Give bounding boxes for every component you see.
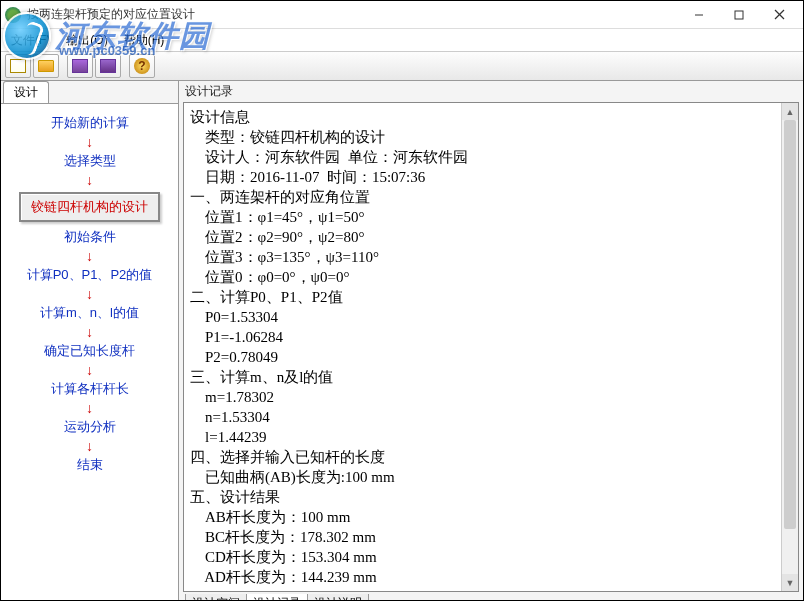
new-doc-icon [10, 59, 26, 73]
tool-action1-button[interactable] [67, 54, 93, 78]
sec2-heading: 二、计算P0、P1、P2值 [190, 289, 343, 305]
purple-icon [72, 59, 88, 73]
sec4-known: 已知曲柄(AB)长度为:100 mm [190, 469, 395, 485]
step-calc-p[interactable]: 计算P0、P1、P2的值 [27, 266, 153, 284]
sec5-ad: AD杆长度为：144.239 mm [190, 569, 377, 585]
unit-label: 单位： [340, 149, 393, 165]
tool-action2-button[interactable] [95, 54, 121, 78]
tool-help-button[interactable]: ? [129, 54, 155, 78]
time-label: 时间： [319, 169, 372, 185]
arrow-icon: ↓ [86, 173, 93, 187]
sec5-heading: 五、设计结果 [190, 489, 280, 505]
date-value: 2016-11-07 [250, 169, 319, 185]
svg-rect-1 [735, 11, 743, 19]
window-title: 按两连架杆预定的对应位置设计 [27, 6, 679, 23]
sec3-n: n=1.53304 [190, 409, 270, 425]
step-motion-analysis[interactable]: 运动分析 [64, 418, 116, 436]
record-content: 设计信息 类型：铰链四杆机构的设计 设计人：河东软件园 单位：河东软件园 日期：… [184, 103, 781, 591]
arrow-icon: ↓ [86, 135, 93, 149]
app-icon [5, 7, 21, 23]
sec1-pos1: 位置1：φ1=45°，ψ1=50° [190, 209, 364, 225]
minimize-button[interactable] [679, 3, 719, 27]
date-label: 日期： [190, 169, 250, 185]
step-initial-cond[interactable]: 初始条件 [64, 228, 116, 246]
scroll-up-button[interactable]: ▲ [782, 103, 798, 120]
sec5-cd: CD杆长度为：153.304 mm [190, 549, 377, 565]
bottom-tabs: 设计空间 设计记录 设计说明 [179, 594, 803, 601]
tab-design-space[interactable]: 设计空间 [185, 594, 247, 601]
tab-design-record[interactable]: 设计记录 [246, 594, 308, 601]
sec3-l: l=1.44239 [190, 429, 266, 445]
step-calc-mnl[interactable]: 计算m、n、l的值 [40, 304, 139, 322]
arrow-icon: ↓ [86, 249, 93, 263]
folder-icon [38, 60, 54, 72]
tool-new-button[interactable] [5, 54, 31, 78]
arrow-icon: ↓ [86, 287, 93, 301]
type-label: 类型： [190, 129, 250, 145]
maximize-button[interactable] [719, 3, 759, 27]
left-panel: 设计 开始新的计算 ↓ 选择类型 ↓ 铰链四杆机构的设计 初始条件 ↓ 计算P0… [1, 81, 179, 600]
sec1-heading: 一、两连架杆的对应角位置 [190, 189, 370, 205]
step-end[interactable]: 结束 [77, 456, 103, 474]
menubar: 文件(F) 输出(O) 帮助(H) [1, 29, 803, 51]
arrow-icon: ↓ [86, 325, 93, 339]
purple2-icon [100, 59, 116, 73]
arrow-icon: ↓ [86, 363, 93, 377]
sec2-p1: P1=-1.06284 [190, 329, 283, 345]
flow-chart: 开始新的计算 ↓ 选择类型 ↓ 铰链四杆机构的设计 初始条件 ↓ 计算P0、P1… [1, 103, 178, 600]
arrow-icon: ↓ [86, 439, 93, 453]
sec2-p0: P0=1.53304 [190, 309, 278, 325]
right-panel: 设计记录 设计信息 类型：铰链四杆机构的设计 设计人：河东软件园 单位：河东软件… [179, 81, 803, 600]
sec3-m: m=1.78302 [190, 389, 274, 405]
toolbar: ? [1, 51, 803, 81]
step-calc-lengths[interactable]: 计算各杆杆长 [51, 380, 129, 398]
close-button[interactable] [759, 3, 799, 27]
sec1-pos3: 位置3：φ3=135°，ψ3=110° [190, 249, 379, 265]
menu-file[interactable]: 文件(F) [5, 30, 56, 51]
sec5-ab: AB杆长度为：100 mm [190, 509, 350, 525]
scroll-down-button[interactable]: ▼ [782, 574, 798, 591]
sec5-bc: BC杆长度为：178.302 mm [190, 529, 376, 545]
help-icon: ? [134, 58, 150, 74]
menu-output[interactable]: 输出(O) [60, 30, 113, 51]
scroll-thumb[interactable] [784, 120, 796, 529]
step-start[interactable]: 开始新的计算 [51, 114, 129, 132]
step-select-type[interactable]: 选择类型 [64, 152, 116, 170]
titlebar: 按两连架杆预定的对应位置设计 [1, 1, 803, 29]
designer-value: 河东软件园 [265, 149, 340, 165]
type-value: 铰链四杆机构的设计 [250, 129, 385, 145]
menu-help[interactable]: 帮助(H) [118, 30, 171, 51]
sec4-heading: 四、选择并输入已知杆的长度 [190, 449, 385, 465]
time-value: 15:07:36 [372, 169, 425, 185]
vertical-scrollbar[interactable]: ▲ ▼ [781, 103, 798, 591]
info-heading: 设计信息 [190, 109, 250, 125]
arrow-icon: ↓ [86, 401, 93, 415]
sec3-heading: 三、计算m、n及l的值 [190, 369, 333, 385]
tab-design-desc[interactable]: 设计说明 [307, 594, 369, 601]
tool-open-button[interactable] [33, 54, 59, 78]
step-known-rod[interactable]: 确定已知长度杆 [44, 342, 135, 360]
step-current-design[interactable]: 铰链四杆机构的设计 [19, 192, 160, 222]
left-tab-design[interactable]: 设计 [3, 81, 49, 103]
record-header: 设计记录 [179, 81, 803, 102]
scroll-track[interactable] [782, 120, 798, 574]
designer-label: 设计人： [190, 149, 265, 165]
sec1-pos0: 位置0：φ0=0°，ψ0=0° [190, 269, 349, 285]
unit-value: 河东软件园 [393, 149, 468, 165]
sec2-p2: P2=0.78049 [190, 349, 278, 365]
sec1-pos2: 位置2：φ2=90°，ψ2=80° [190, 229, 364, 245]
